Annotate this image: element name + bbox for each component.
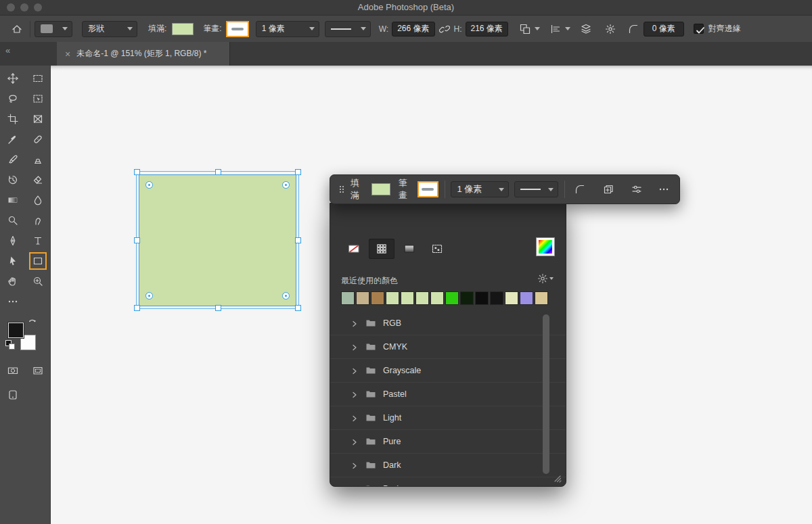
chevron-right-icon[interactable]	[349, 437, 359, 446]
tool-rectangle[interactable]	[25, 251, 50, 271]
chevron-right-icon[interactable]	[349, 366, 359, 375]
tool-history-brush[interactable]	[0, 170, 25, 190]
document-tab[interactable]: × 未命名-1 @ 151% (矩形 1, RGB/8) *	[57, 42, 230, 66]
recent-color-swatch[interactable]	[415, 291, 429, 305]
tool-frame[interactable]	[25, 109, 50, 129]
tool-object-selection[interactable]	[25, 89, 50, 109]
collapse-panel-chevron[interactable]: «	[5, 45, 9, 55]
transform-handle[interactable]	[295, 169, 301, 175]
swatch-group-row[interactable]: Dark	[330, 454, 566, 477]
recent-color-swatch[interactable]	[535, 291, 548, 305]
scrollbar-thumb[interactable]	[543, 314, 549, 474]
tool-type[interactable]	[25, 231, 50, 251]
tool-gradient[interactable]	[0, 190, 25, 210]
path-arrangement-icon[interactable]	[577, 20, 595, 38]
popup-stroke-width-dropdown[interactable]: 1 像素	[451, 181, 509, 197]
chevron-right-icon[interactable]	[349, 342, 359, 352]
stroke-type-dropdown[interactable]	[325, 21, 371, 37]
tool-move[interactable]	[0, 68, 25, 89]
transform-handle[interactable]	[295, 305, 301, 311]
recent-color-swatch[interactable]	[386, 291, 399, 305]
tool-preset-dropdown[interactable]	[35, 21, 72, 37]
link-dimensions-icon[interactable]	[436, 20, 453, 38]
tool-blur[interactable]	[25, 190, 50, 210]
chevron-right-icon[interactable]	[349, 318, 359, 328]
tool-eyedropper[interactable]	[0, 129, 25, 149]
corner-radius-icon[interactable]	[571, 179, 589, 199]
tool-device[interactable]	[0, 385, 26, 405]
stroke-width-dropdown[interactable]: 1 像素	[256, 21, 319, 37]
swatch-group-row[interactable]: Light	[330, 406, 566, 430]
recent-color-swatch[interactable]	[430, 291, 444, 305]
chevron-right-icon[interactable]	[349, 484, 359, 487]
width-input[interactable]: 266 像素	[392, 22, 434, 37]
corner-radius-handle[interactable]	[282, 292, 290, 300]
swatch-group-row[interactable]: RGB	[330, 312, 566, 335]
recent-color-swatch[interactable]	[356, 291, 369, 305]
no-color-button[interactable]	[341, 239, 367, 259]
swatch-group-row[interactable]: Pastel	[330, 383, 566, 406]
stroke-color-swatch[interactable]	[226, 21, 249, 37]
swatch-group-row[interactable]: Grayscale	[330, 359, 566, 383]
tool-ellipsis[interactable]	[0, 291, 25, 312]
default-colors-icon[interactable]	[5, 340, 14, 349]
chevron-right-icon[interactable]	[349, 460, 359, 470]
tool-path-selection[interactable]	[0, 251, 25, 271]
tool-eraser[interactable]	[25, 170, 50, 190]
transform-handle[interactable]	[215, 169, 221, 175]
corner-radius-handle[interactable]	[282, 181, 290, 189]
align-edges-checkbox[interactable]	[694, 24, 704, 34]
tool-crop[interactable]	[0, 109, 25, 129]
popup-stroke-swatch[interactable]	[418, 181, 438, 197]
popup-fill-swatch[interactable]	[371, 183, 390, 195]
path-operations-icon[interactable]	[516, 20, 534, 38]
swatch-group-row[interactable]: Darker	[330, 477, 566, 487]
panel-scrollbar[interactable]	[543, 313, 549, 479]
resize-grip-icon[interactable]	[551, 473, 562, 483]
gradient-button[interactable]	[397, 239, 422, 259]
corner-radius-input[interactable]: 0 像素	[644, 22, 684, 37]
tool-clone-stamp[interactable]	[25, 149, 50, 170]
tool-zoom[interactable]	[25, 271, 50, 291]
home-icon[interactable]	[8, 20, 26, 38]
foreground-color-swatch[interactable]	[8, 323, 24, 338]
recent-color-swatch[interactable]	[505, 291, 518, 305]
tool-dodge[interactable]	[0, 210, 25, 231]
drag-grip-icon[interactable]	[333, 179, 351, 199]
recent-color-swatch[interactable]	[371, 291, 384, 305]
tool-spot-healing[interactable]	[25, 129, 50, 149]
tab-close-icon[interactable]: ×	[65, 49, 70, 59]
tool-pen[interactable]	[0, 231, 25, 251]
tool-masks[interactable]	[0, 360, 26, 381]
shape-mode-dropdown[interactable]: 形狀	[82, 21, 137, 37]
recent-color-swatch[interactable]	[520, 291, 533, 305]
transform-handle[interactable]	[134, 169, 140, 175]
transform-handle[interactable]	[134, 305, 140, 311]
transform-handle[interactable]	[215, 305, 221, 311]
corner-radius-handle[interactable]	[145, 292, 153, 300]
tool-hand[interactable]	[0, 271, 25, 291]
pattern-button[interactable]	[424, 239, 450, 259]
recent-color-swatch[interactable]	[341, 291, 355, 305]
swap-colors-icon[interactable]	[28, 317, 39, 328]
corner-radius-handle[interactable]	[145, 181, 153, 189]
properties-sliders-icon[interactable]	[628, 179, 646, 199]
fill-color-swatch[interactable]	[172, 23, 194, 35]
chevron-right-icon[interactable]	[349, 413, 359, 423]
duplicate-shape-icon[interactable]	[600, 179, 617, 199]
recent-color-swatch[interactable]	[475, 291, 489, 305]
canvas[interactable]: 填滿 筆畫 1 像素 最近使用的顏色	[51, 66, 812, 524]
color-picker-button[interactable]	[536, 237, 555, 256]
more-options-icon[interactable]	[655, 179, 673, 199]
path-alignment-icon[interactable]	[547, 20, 564, 38]
tool-lasso[interactable]	[0, 89, 25, 109]
tool-screen-mode[interactable]	[26, 360, 51, 381]
shape-settings-gear-icon[interactable]	[602, 20, 619, 38]
solid-color-button[interactable]	[369, 239, 394, 259]
recent-color-swatch[interactable]	[490, 291, 503, 305]
recent-color-swatch[interactable]	[445, 291, 459, 305]
tool-brush[interactable]	[0, 149, 25, 170]
recent-color-swatch[interactable]	[401, 291, 414, 305]
transform-handle[interactable]	[134, 237, 140, 243]
tool-rectangular-marquee[interactable]	[25, 68, 50, 89]
